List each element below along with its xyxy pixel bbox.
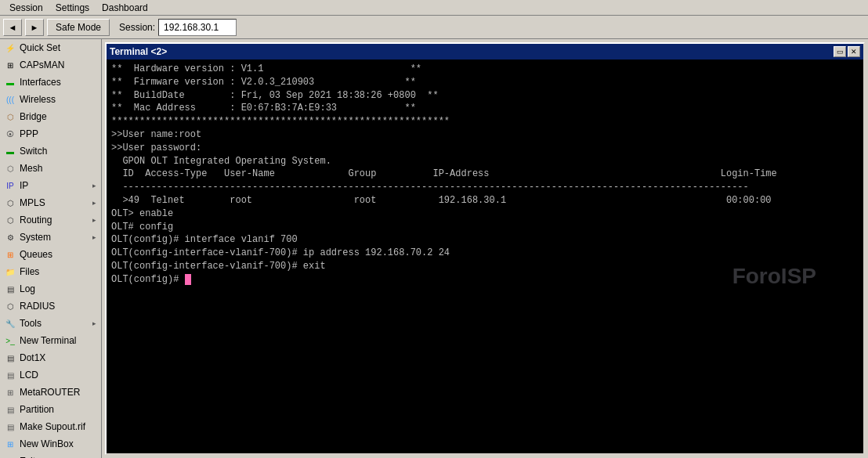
log-icon: ▤ <box>5 283 16 294</box>
radius-icon: ⬡ <box>5 301 16 312</box>
terminal-line: ** BuildDate : Fri, 03 Sep 2021 18:38:26… <box>111 89 859 103</box>
sidebar-item-log[interactable]: ▤Log <box>0 280 101 298</box>
sidebar-item-lcd[interactable]: ▤LCD <box>0 366 101 384</box>
sidebar-item-label-interfaces: Interfaces <box>20 77 61 88</box>
queues-icon: ⊞ <box>5 249 16 260</box>
sidebar-item-label-ppp: PPP <box>20 128 38 139</box>
safe-mode-button[interactable]: Safe Mode <box>47 19 110 36</box>
sidebar-item-ip[interactable]: IPIP▸ <box>0 177 101 194</box>
sidebar-item-make-supout[interactable]: ▤Make Supout.rif <box>0 418 101 435</box>
terminal-line: ** Firmware version : V2.0.3_210903 ** <box>111 76 859 89</box>
forward-button[interactable]: ► <box>25 19 44 36</box>
terminal-controls: ▭ ✕ <box>834 46 860 57</box>
ip-icon: IP <box>5 180 16 191</box>
sidebar-item-label-radius: RADIUS <box>20 301 55 312</box>
sidebar: ⚡Quick Set⊞CAPsMAN▬Interfaces(((Wireless… <box>0 39 102 458</box>
sidebar-item-label-make-supout: Make Supout.rif <box>20 421 85 432</box>
terminal-line: >>User password: <box>111 142 859 155</box>
arrow-icon: ▸ <box>92 199 96 207</box>
terminal-restore-button[interactable]: ▭ <box>834 46 846 57</box>
session-label: Session: <box>119 22 155 33</box>
wireless-icon: ((( <box>5 94 16 105</box>
sidebar-item-partition[interactable]: ▤Partition <box>0 401 101 418</box>
switch-icon: ▬ <box>5 146 16 157</box>
sidebar-item-quick-set[interactable]: ⚡Quick Set <box>0 39 101 56</box>
sidebar-item-label-system: System <box>20 232 51 243</box>
sidebar-item-bridge[interactable]: ⬡Bridge <box>0 108 101 125</box>
capsman-icon: ⊞ <box>5 60 16 70</box>
terminal-line: ----------------------------------------… <box>111 181 859 194</box>
mesh-icon: ⬡ <box>5 163 16 174</box>
sidebar-item-tools[interactable]: 🔧Tools▸ <box>0 315 101 332</box>
system-icon: ⚙ <box>5 232 16 243</box>
sidebar-item-system[interactable]: ⚙System▸ <box>0 229 101 246</box>
terminal-titlebar: Terminal <2> ▭ ✕ <box>107 44 863 60</box>
terminal-line: ** Mac Address : E0:67:B3:7A:E9:33 ** <box>111 102 859 115</box>
terminal-line: ****************************************… <box>111 115 859 128</box>
terminal-line: >>User name:root <box>111 128 859 142</box>
sidebar-item-dot1x[interactable]: ▤Dot1X <box>0 349 101 366</box>
sidebar-item-new-winbox[interactable]: ⊞New WinBox <box>0 435 101 453</box>
sidebar-item-label-new-terminal: New Terminal <box>20 335 76 346</box>
lcd-icon: ▤ <box>5 370 16 380</box>
terminal-line: OLT> enable <box>111 207 859 221</box>
mpls-icon: ⬡ <box>5 197 16 208</box>
menu-session[interactable]: Session <box>3 2 49 14</box>
sidebar-item-label-new-winbox: New WinBox <box>20 438 74 449</box>
sidebar-item-label-mesh: Mesh <box>20 163 42 174</box>
sidebar-item-switch[interactable]: ▬Switch <box>0 142 101 160</box>
terminal-close-button[interactable]: ✕ <box>848 46 860 57</box>
sidebar-item-label-queues: Queues <box>20 249 52 260</box>
sidebar-item-label-wireless: Wireless <box>20 94 56 105</box>
terminal-line: GPON OLT Integrated Operating System. <box>111 155 859 168</box>
sidebar-item-label-lcd: LCD <box>20 370 38 380</box>
terminal-line: OLT(config)# <box>111 273 859 287</box>
metarouter-icon: ⊞ <box>5 387 16 398</box>
sidebar-item-interfaces[interactable]: ▬Interfaces <box>0 74 101 91</box>
terminal-window: Terminal <2> ▭ ✕ ** Hardware version : V… <box>105 42 865 455</box>
sidebar-item-label-dot1x: Dot1X <box>20 352 45 363</box>
terminal-line: OLT(config)# interface vlanif 700 <box>111 233 859 247</box>
arrow-icon: ▸ <box>92 216 96 224</box>
sidebar-item-mpls[interactable]: ⬡MPLS▸ <box>0 194 101 211</box>
sidebar-item-label-quick-set: Quick Set <box>20 42 60 53</box>
sidebar-item-files[interactable]: 📁Files <box>0 263 101 280</box>
terminal-line: ** Hardware version : V1.1 ** <box>111 63 859 76</box>
arrow-icon: ▸ <box>92 233 96 241</box>
sidebar-item-mesh[interactable]: ⬡Mesh <box>0 160 101 177</box>
ppp-icon: ⦿ <box>5 128 16 139</box>
sidebar-item-label-bridge: Bridge <box>20 111 47 122</box>
sidebar-item-label-log: Log <box>20 283 35 294</box>
sidebar-item-routing[interactable]: ⬡Routing▸ <box>0 211 101 229</box>
sidebar-item-label-files: Files <box>20 266 39 277</box>
session-value: 192.168.30.1 <box>158 19 237 36</box>
sidebar-item-new-terminal[interactable]: >_New Terminal <box>0 332 101 349</box>
tools-icon: 🔧 <box>5 318 16 329</box>
files-icon: 📁 <box>5 266 16 277</box>
sidebar-item-label-switch: Switch <box>20 146 47 157</box>
sidebar-item-label-mpls: MPLS <box>20 197 45 208</box>
sidebar-item-capsman[interactable]: ⊞CAPsMAN <box>0 56 101 74</box>
terminal-body[interactable]: ** Hardware version : V1.1 **** Firmware… <box>107 60 863 453</box>
sidebar-item-queues[interactable]: ⊞Queues <box>0 246 101 263</box>
terminal-title: Terminal <2> <box>110 46 167 57</box>
sidebar-item-metarouter[interactable]: ⊞MetaROUTER <box>0 384 101 401</box>
arrow-icon: ▸ <box>92 182 96 189</box>
sidebar-item-ppp[interactable]: ⦿PPP <box>0 125 101 142</box>
sidebar-item-label-metarouter: MetaROUTER <box>20 387 80 398</box>
toolbar: ◄ ► Safe Mode Session: 192.168.30.1 <box>0 16 868 39</box>
terminal-line: OLT(config-interface-vlanif-700)# ip add… <box>111 247 859 260</box>
terminal-line: OLT# config <box>111 221 859 234</box>
menu-settings[interactable]: Settings <box>49 2 96 14</box>
sidebar-item-label-capsman: CAPsMAN <box>20 60 64 70</box>
back-button[interactable]: ◄ <box>3 19 22 36</box>
new-terminal-icon: >_ <box>5 335 16 346</box>
sidebar-item-wireless[interactable]: (((Wireless <box>0 91 101 108</box>
menu-dashboard[interactable]: Dashboard <box>96 2 154 14</box>
quick-set-icon: ⚡ <box>5 42 16 53</box>
sidebar-item-label-ip: IP <box>20 180 28 191</box>
sidebar-item-exit[interactable]: ✖Exit <box>0 453 101 458</box>
terminal-line: ID Access-Type User-Name Group IP-Addres… <box>111 168 859 181</box>
main-layout: ⚡Quick Set⊞CAPsMAN▬Interfaces(((Wireless… <box>0 39 868 458</box>
sidebar-item-radius[interactable]: ⬡RADIUS <box>0 298 101 315</box>
